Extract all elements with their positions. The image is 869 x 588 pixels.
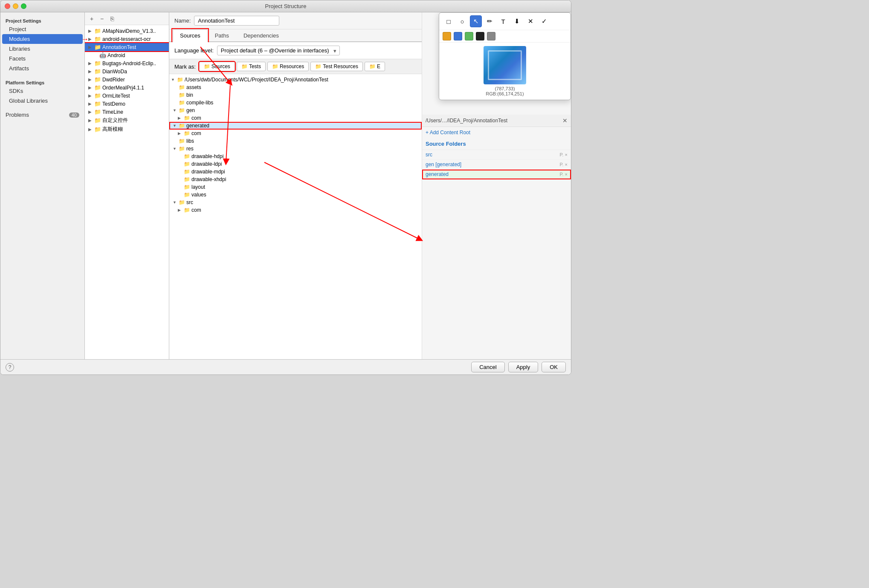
list-item[interactable]: ▶📁TestDemo <box>85 100 169 108</box>
add-content-root-button[interactable]: + Add Content Root <box>422 127 571 138</box>
tab-paths[interactable]: Paths <box>208 29 236 42</box>
sidebar-item-libraries[interactable]: Libraries <box>0 44 84 54</box>
folder-item[interactable]: ▶ 📁 com <box>169 114 422 122</box>
circle-tool[interactable]: ○ <box>456 15 468 27</box>
list-item[interactable]: ▶📁OrmLiteTest <box>85 92 169 100</box>
sidebar: Project Settings Project Modules → Libra… <box>0 12 85 359</box>
folder-item[interactable]: ▶ 📁 drawable-hdpi <box>169 153 422 160</box>
tab-dependencies[interactable]: Dependencies <box>236 29 286 42</box>
color-green[interactable] <box>465 32 473 40</box>
color-black[interactable] <box>476 32 484 40</box>
list-item[interactable]: ▶📁OrderMealPrj4.1.1 <box>85 84 169 92</box>
markas-row: Mark as: 📁 Sources 📁 Tests 📁 Resources 📁… <box>169 59 422 74</box>
right-panel-close[interactable]: ✕ <box>562 117 568 124</box>
folder-item[interactable]: ▶ 📁 values <box>169 191 422 199</box>
source-folder-gen[interactable]: gen [generated] P. × <box>422 160 571 170</box>
bottom-left: ? <box>6 363 14 372</box>
folder-item[interactable]: ▶ 📁 bin <box>169 91 422 99</box>
rect-tool[interactable]: □ <box>443 15 455 27</box>
problems-label: Problems <box>6 112 69 118</box>
language-level-label: Language level: <box>174 47 214 54</box>
project-settings-heading: Project Settings <box>0 16 84 24</box>
apply-button[interactable]: Apply <box>508 362 539 372</box>
pen-tool[interactable]: ✏ <box>484 15 495 27</box>
folder-item[interactable]: ▶ 📁 drawable-ldpi <box>169 160 422 168</box>
color-picker-popup: □ ○ ↖ ✏ T ⬇ ✕ ✓ (7 <box>439 12 571 100</box>
folder-actions: P. × <box>560 152 568 157</box>
list-item[interactable]: ▶📁Bugtags-Android-Eclip.. <box>85 59 169 67</box>
markas-label: Mark as: <box>174 63 196 70</box>
close-tool[interactable]: ✕ <box>524 15 536 27</box>
annotation-test-item[interactable]: ▶📁AnnotationTest <box>85 43 169 51</box>
sidebar-item-facets[interactable]: Facets <box>0 54 84 63</box>
cancel-button[interactable]: Cancel <box>471 362 504 372</box>
generated-folder-item[interactable]: ▼ 📁 generated <box>169 122 422 130</box>
titlebar: Project Structure <box>0 0 571 12</box>
color-orange[interactable] <box>443 32 451 40</box>
remove-module-button[interactable]: − <box>98 14 106 23</box>
list-item[interactable]: ▶📁android-tesseract-ocr <box>85 35 169 43</box>
problems-badge: 40 <box>69 112 79 118</box>
tab-sources[interactable]: Sources <box>173 29 208 42</box>
sidebar-item-artifacts[interactable]: Artifacts <box>0 63 84 73</box>
markas-sources-button[interactable]: 📁 Sources <box>199 62 235 71</box>
folder-item[interactable]: ▶ 📁 drawable-xhdpi <box>169 176 422 183</box>
folder-item[interactable]: ▶ 📁 drawable-mdpi <box>169 168 422 176</box>
help-button[interactable]: ? <box>6 363 14 372</box>
markas-resources-button[interactable]: 📁 Resources <box>267 62 309 71</box>
filetree-panel: + − ⎘ ▶📁AMapNaviDemo_V1.3.. ▶📁android-te… <box>85 12 169 359</box>
color-swatch <box>484 46 526 84</box>
download-tool[interactable]: ⬇ <box>511 15 523 27</box>
maximize-button[interactable] <box>21 3 26 9</box>
source-folders-title: Source Folders <box>422 138 571 150</box>
list-item[interactable]: ▶📁DwdRider <box>85 75 169 84</box>
list-item[interactable]: ▶📁TimeLine <box>85 108 169 116</box>
sidebar-item-global-libraries[interactable]: Global Libraries <box>0 96 84 106</box>
rgb-display: RGB:(66,174,251) <box>486 91 524 96</box>
list-item[interactable]: ▶📁AMapNaviDemo_V1.3.. <box>85 27 169 35</box>
module-list: ▶📁AMapNaviDemo_V1.3.. ▶📁android-tesserac… <box>85 25 169 359</box>
source-folder-generated[interactable]: generated P. × <box>422 170 571 179</box>
color-picker-toolbar: □ ○ ↖ ✏ T ⬇ ✕ ✓ <box>439 13 571 30</box>
folder-item[interactable]: ▶ 📁 compile-libs <box>169 99 422 107</box>
lang-row: Language level: Project default (6 – @Ov… <box>169 42 422 59</box>
confirm-tool[interactable]: ✓ <box>538 15 550 27</box>
markas-tests-button[interactable]: 📁 Tests <box>237 62 266 71</box>
folder-item[interactable]: ▶ 📁 com <box>169 130 422 137</box>
folder-item[interactable]: ▶ 📁 layout <box>169 183 422 191</box>
sidebar-item-sdks[interactable]: SDKs <box>0 86 84 96</box>
name-label: Name: <box>174 17 191 24</box>
list-item[interactable]: ▶📁DianWoDa <box>85 67 169 75</box>
name-input[interactable] <box>194 16 279 26</box>
close-button[interactable] <box>5 3 10 9</box>
ok-button[interactable]: OK <box>542 362 566 372</box>
root-path-item[interactable]: ▼ 📁 /Users/dwb/Documents/WCL/Project/IDE… <box>169 76 422 84</box>
color-blue[interactable] <box>454 32 462 40</box>
color-gray[interactable] <box>487 32 495 40</box>
arrow-tool[interactable]: ↖ <box>470 15 482 27</box>
folder-tree-area: ▼ 📁 /Users/dwb/Documents/WCL/Project/IDE… <box>169 74 422 359</box>
language-level-select[interactable]: Project default (6 – @Override in interf… <box>217 46 340 55</box>
name-row: Name: <box>169 12 422 29</box>
sidebar-item-project[interactable]: Project <box>0 24 84 34</box>
markas-excluded-button[interactable]: 📁 E <box>365 62 385 71</box>
folder-item[interactable]: ▶ 📁 assets <box>169 84 422 91</box>
add-module-button[interactable]: + <box>87 14 96 23</box>
folder-item[interactable]: ▼ 📁 src <box>169 199 422 206</box>
text-tool[interactable]: T <box>497 15 509 27</box>
minimize-button[interactable] <box>13 3 18 9</box>
list-item[interactable]: ▶📁自定义控件 <box>85 116 169 125</box>
tabs-row: Sources Paths Dependencies <box>169 29 422 42</box>
folder-item[interactable]: ▼ 📁 res <box>169 145 422 153</box>
problems-row[interactable]: Problems 40 <box>0 110 84 120</box>
source-folder-src[interactable]: src P. × <box>422 150 571 160</box>
folder-item[interactable]: ▶ 📁 com <box>169 206 422 214</box>
sidebar-item-modules[interactable]: Modules → <box>2 34 83 44</box>
markas-test-resources-button[interactable]: 📁 Test Resources <box>310 62 363 71</box>
copy-module-button[interactable]: ⎘ <box>108 14 116 23</box>
list-item[interactable]: ▶📁高斯模糊 <box>85 125 169 134</box>
folder-item[interactable]: ▼ 📁 gen <box>169 107 422 114</box>
folder-item[interactable]: ▶ 📁 libs <box>169 137 422 145</box>
list-item[interactable]: ▶🤖Android <box>85 51 169 59</box>
filetree-toolbar: + − ⎘ <box>85 12 169 25</box>
